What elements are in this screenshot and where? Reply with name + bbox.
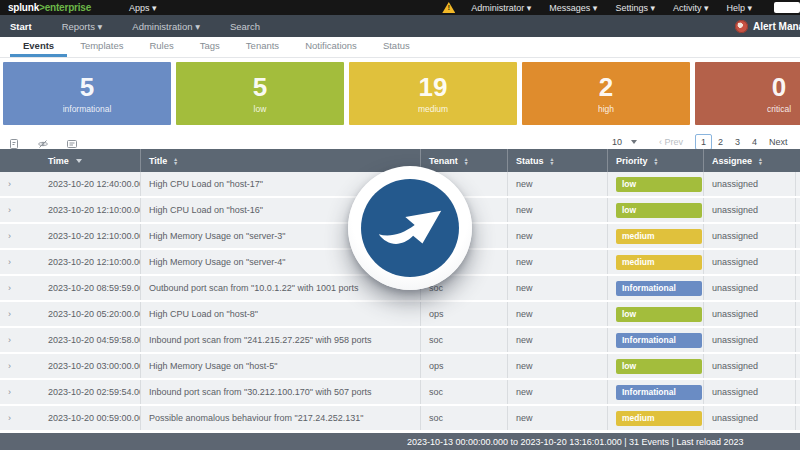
page-size-select[interactable]: 10 xyxy=(612,137,637,147)
event-assignee: unassigned xyxy=(703,380,795,404)
event-assignee: unassigned xyxy=(703,406,795,430)
toggle-visibility-icon[interactable] xyxy=(37,136,49,148)
page-button-1[interactable]: 1 xyxy=(695,134,712,150)
expand-chevron-icon[interactable]: › xyxy=(0,224,40,248)
event-title: Inbound port scan from "241.215.27.225" … xyxy=(140,328,420,352)
event-tenant: ops xyxy=(420,302,507,326)
event-row[interactable]: › 2023-10-20 02:59:54.000 Inbound port s… xyxy=(0,380,800,404)
event-time: 2023-10-20 00:59:00.000 xyxy=(40,406,140,430)
tab-tenants[interactable]: Tenants xyxy=(233,37,292,57)
priority-badge: Informational xyxy=(616,333,702,348)
sort-icon[interactable]: ▴▾ xyxy=(759,157,762,165)
event-extra-cell xyxy=(795,276,800,300)
severity-label: low xyxy=(254,104,267,114)
event-priority-cell: medium xyxy=(607,224,703,248)
event-assignee: unassigned xyxy=(703,302,795,326)
tab-templates[interactable]: Templates xyxy=(67,37,136,57)
severity-count: 19 xyxy=(419,74,448,100)
event-title: High CPU Load on "host-8" xyxy=(140,302,420,326)
topbar-menu-administrator[interactable]: Administrator ▾ xyxy=(471,3,531,13)
column-header-assignee[interactable]: Assignee▴▾ xyxy=(703,149,795,172)
event-priority-cell: Informational xyxy=(607,276,703,300)
topbar-menu-settings[interactable]: Settings ▾ xyxy=(615,3,655,13)
event-row[interactable]: › 2023-10-20 03:00:00.000 High Memory Us… xyxy=(0,354,800,378)
event-row[interactable]: › 2023-10-20 05:20:00.000 High CPU Load … xyxy=(0,302,800,326)
expand-chevron-icon[interactable]: › xyxy=(0,198,40,222)
page-button-3[interactable]: 3 xyxy=(729,135,746,149)
warning-triangle-icon[interactable] xyxy=(442,2,455,13)
event-status: new xyxy=(507,276,607,300)
nav-item-search[interactable]: Search xyxy=(230,21,260,32)
event-priority-cell: low xyxy=(607,354,703,378)
nav-item-reports[interactable]: Reports ▾ xyxy=(62,21,103,32)
sort-icon[interactable]: ▴▾ xyxy=(551,157,554,165)
severity-label: critical xyxy=(767,104,791,114)
severity-card-informational[interactable]: 5 informational xyxy=(3,62,171,125)
expand-chevron-icon[interactable]: › xyxy=(0,302,40,326)
sort-desc-icon[interactable] xyxy=(76,159,82,163)
event-title: Inbound port scan from "30.212.100.170" … xyxy=(140,380,420,404)
event-extra-cell xyxy=(795,172,800,196)
event-time: 2023-10-20 12:10:00.000 xyxy=(40,198,140,222)
event-status: new xyxy=(507,224,607,248)
column-header-title[interactable]: Title▴▾ xyxy=(140,149,420,172)
expand-chevron-icon[interactable]: › xyxy=(0,406,40,430)
priority-badge: low xyxy=(616,359,702,374)
tab-notifications[interactable]: Notifications xyxy=(292,37,370,57)
event-title: High Memory Usage on "host-5" xyxy=(140,354,420,378)
severity-card-medium[interactable]: 19 medium xyxy=(349,62,517,125)
severity-card-high[interactable]: 2 high xyxy=(522,62,690,125)
event-assignee: unassigned xyxy=(703,198,795,222)
event-row[interactable]: › 2023-10-20 04:59:58.000 Inbound port s… xyxy=(0,328,800,352)
nav-item-administration[interactable]: Administration ▾ xyxy=(132,21,200,32)
page-button-2[interactable]: 2 xyxy=(712,135,729,149)
column-label: Assignee xyxy=(712,156,752,166)
tab-events[interactable]: Events xyxy=(10,37,67,57)
priority-badge: low xyxy=(616,307,702,322)
severity-card-critical[interactable]: 0 critical xyxy=(695,62,800,125)
expand-chevron-icon[interactable]: › xyxy=(0,172,40,196)
column-header-time[interactable]: Time xyxy=(40,149,140,172)
expand-chevron-icon[interactable]: › xyxy=(0,380,40,404)
expand-chevron-icon[interactable]: › xyxy=(0,354,40,378)
event-extra-cell xyxy=(795,328,800,352)
event-assignee: unassigned xyxy=(703,328,795,352)
event-extra-cell xyxy=(795,406,800,430)
event-status: new xyxy=(507,250,607,274)
prev-page-button[interactable]: ‹ Prev xyxy=(659,137,683,147)
tab-status[interactable]: Status xyxy=(370,37,423,57)
expand-chevron-icon[interactable]: › xyxy=(0,276,40,300)
nav-item-start[interactable]: Start xyxy=(10,21,32,32)
topbar-menu-activity[interactable]: Activity ▾ xyxy=(673,3,709,13)
event-assignee: unassigned xyxy=(703,250,795,274)
severity-label: high xyxy=(598,104,614,114)
sort-icon[interactable]: ▴▾ xyxy=(465,157,468,165)
tab-tags[interactable]: Tags xyxy=(187,37,233,57)
event-extra-cell xyxy=(795,302,800,326)
alert-manager-logo-icon xyxy=(735,20,748,33)
tab-rules[interactable]: Rules xyxy=(136,37,186,57)
column-header-priority[interactable]: Priority▴▾ xyxy=(607,149,703,172)
find-search-input[interactable] xyxy=(774,2,800,13)
notes-icon[interactable] xyxy=(66,136,78,148)
column-header-tenant[interactable]: Tenant▴▾ xyxy=(420,149,507,172)
next-page-button[interactable]: Next xyxy=(769,137,788,147)
column-header-status[interactable]: Status▴▾ xyxy=(507,149,607,172)
export-icon[interactable] xyxy=(8,136,20,148)
event-extra-cell xyxy=(795,250,800,274)
priority-badge: medium xyxy=(616,229,702,244)
event-extra-cell xyxy=(795,354,800,378)
page-button-4[interactable]: 4 xyxy=(746,135,763,149)
apps-menu[interactable]: Apps ▾ xyxy=(129,3,157,13)
expand-chevron-icon[interactable]: › xyxy=(0,328,40,352)
severity-count: 5 xyxy=(253,74,267,100)
event-row[interactable]: › 2023-10-20 00:59:00.000 Possible anoma… xyxy=(0,406,800,430)
app-title: Alert Manager xyxy=(753,21,800,32)
topbar-menu-help[interactable]: Help ▾ xyxy=(726,3,752,13)
sort-icon[interactable]: ▴▾ xyxy=(174,157,177,165)
topbar-menu-messages[interactable]: Messages ▾ xyxy=(549,3,597,13)
severity-card-low[interactable]: 5 low xyxy=(176,62,344,125)
expand-chevron-icon[interactable]: › xyxy=(0,250,40,274)
sort-icon[interactable]: ▴▾ xyxy=(655,157,658,165)
status-bar: 2023-10-13 00:00:00.000 to 2023-10-20 13… xyxy=(0,433,800,450)
